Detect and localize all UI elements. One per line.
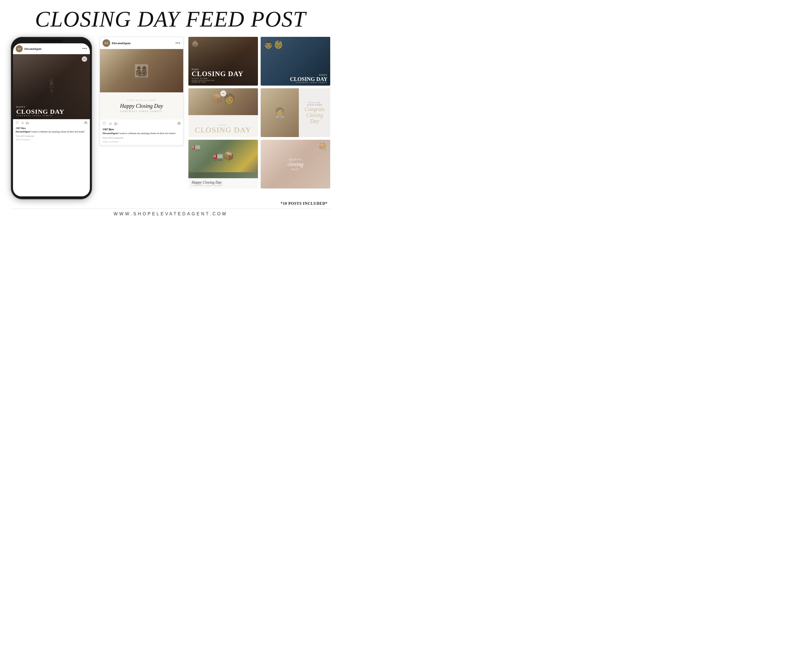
phone-notch — [41, 40, 62, 42]
website-footer: WWW.SHOPELEVATEDAGENT.COM — [11, 208, 330, 218]
desk-header: EA ElevatedAgent ••• — [100, 37, 183, 49]
grid-4-yourname: YOUR NAME — [307, 104, 322, 106]
grid-5-bottom: Happy Closing Day CONGRATS JONES FAMILY — [188, 178, 258, 188]
grid-3-edit-badge[interactable]: edit — [220, 90, 226, 96]
grid-2-text: HAPPY CLOSING DAY CONGRATS JONES FAMILY — [290, 74, 328, 83]
phone-caption-text: I want to celebrate my amazing clients o… — [31, 130, 85, 133]
grid-previews: happy CLOSING DAY Your Name YOUR LOCAL R… — [188, 37, 330, 188]
desk-save-icon[interactable]: ⊓ — [177, 121, 180, 126]
desk-heart-icon[interactable]: ♡ — [102, 121, 106, 126]
phone-caption-account: ElevatedAgent — [16, 130, 30, 133]
grid-item-5: 🚛📦 Happy Closing Day CONGRATS JONES FAMI… — [188, 140, 258, 188]
phone-post-image: 🕴️ edit HAPPY CLOSING DAY CONGRATS JONES… — [13, 54, 90, 119]
phone-edit-badge[interactable]: edit — [82, 57, 87, 62]
phone-avatar: EA — [16, 45, 23, 52]
desk-likes: 1367 likes — [100, 128, 183, 131]
grid-6-text: HAPPY closing day! — [288, 158, 304, 171]
grid-item-2: HAPPY CLOSING DAY CONGRATS JONES FAMILY — [261, 37, 330, 86]
desk-add-comment[interactable]: Add a comment… — [100, 140, 183, 145]
desktop-card: EA ElevatedAgent ••• 👨‍👩‍👧‍👦 YOUR WEBSIT… — [99, 37, 183, 145]
grid-1-website: WEBSITE.COM — [192, 81, 255, 83]
phone-insta-header: EA ElevatedAgent ••• — [13, 43, 90, 54]
phone-comments-link[interactable]: View all 8 comments — [13, 134, 90, 138]
grid-item-6: HAPPY closing day! — [261, 140, 330, 188]
desktop-mockup-wrap: EA ElevatedAgent ••• 👨‍👩‍👧‍👦 YOUR WEBSIT… — [99, 37, 183, 145]
phone-closing-day: CLOSING DAY — [16, 109, 64, 115]
desk-share-icon[interactable]: ▷ — [115, 121, 118, 126]
grid-2-closing-day: CLOSING DAY — [290, 76, 328, 82]
phone-likes: 1367 likes — [13, 127, 90, 130]
grid-5-image: 🚛📦 — [188, 140, 258, 172]
grid-3-closing: CLOSING DAY — [195, 126, 251, 134]
grid-6-closing: closing — [288, 161, 304, 167]
page-title: CLOSING DAY FEED POST — [11, 8, 330, 30]
phone-share-icon[interactable]: ▷ — [26, 121, 29, 125]
desk-congrats: CONGRATS JONES FAMILY — [121, 110, 163, 113]
phone-actions: ♡ ○ ▷ ⊓ — [13, 119, 90, 127]
phone-mockup-wrap: EA ElevatedAgent ••• 🕴️ edit HAPPY — [11, 37, 95, 199]
grid-1-text: happy CLOSING DAY Your Name YOUR LOCAL R… — [188, 65, 258, 86]
desk-username: ElevatedAgent — [112, 41, 174, 45]
desk-image-bottom: YOUR WEBSITE HERE Happy Closing Day CONG… — [100, 92, 183, 119]
grid-item-3: 📦🧑 edit HAPPY CLOSING DAY — [188, 88, 258, 137]
posts-included: *10 POSTS INCLUDED* — [11, 202, 330, 206]
phone-closing-text: HAPPY CLOSING DAY CONGRATS JONES FAMILY — [16, 106, 64, 116]
grid-4-left: 🧑‍💼 — [261, 88, 299, 137]
phone-dots: ••• — [82, 47, 87, 51]
bottom-section: *10 POSTS INCLUDED* WWW.SHOPELEVATEDAGEN… — [11, 202, 330, 218]
phone-username: ElevatedAgent — [24, 47, 81, 50]
phone-outer: EA ElevatedAgent ••• 🕴️ edit HAPPY — [11, 37, 92, 199]
desk-caption-text: I want to celebrate my amazing clients o… — [119, 132, 176, 135]
desk-avatar: EA — [102, 39, 110, 47]
phone-comment-icon[interactable]: ○ — [21, 121, 24, 125]
grid-6-day: day! — [288, 167, 304, 171]
main-row: EA ElevatedAgent ••• 🕴️ edit HAPPY — [11, 37, 330, 199]
phone-screen: EA ElevatedAgent ••• 🕴️ edit HAPPY — [13, 43, 90, 196]
desk-happy-closing: Happy Closing Day — [120, 103, 163, 109]
phone-save-icon[interactable]: ⊓ — [84, 121, 87, 125]
phone-caption: ElevatedAgent I want to celebrate my ama… — [13, 130, 90, 134]
grid-4-people: 🧑‍💼 — [261, 88, 299, 137]
grid-item-4: 🧑‍💼 REALTOR YOUR NAME Congrats Closing D… — [261, 88, 330, 137]
desk-actions: ♡ ○ ▷ ⊓ — [100, 119, 183, 128]
desk-comment-icon[interactable]: ○ — [109, 122, 111, 126]
grid-4-right: REALTOR YOUR NAME Congrats Closing Day — [299, 88, 330, 137]
grid-3-bottom: HAPPY CLOSING DAY — [188, 115, 258, 137]
desk-comments-link[interactable]: View all 8 comments — [100, 136, 183, 140]
grid-1-name: Your Name — [192, 78, 255, 80]
grid-4-realtor: REALTOR — [308, 102, 321, 104]
desk-dots: ••• — [176, 41, 180, 46]
desk-people-emoji: 👨‍👩‍👧‍👦 — [100, 49, 183, 92]
phone-add-comment[interactable]: Add a comment… — [13, 138, 90, 141]
grid-5-happy-closing: Happy Closing Day — [192, 180, 255, 185]
grid-6-happy: HAPPY — [288, 158, 304, 161]
phone-heart-icon[interactable]: ♡ — [16, 121, 19, 125]
desk-image-top: 👨‍👩‍👧‍👦 — [100, 49, 183, 92]
grid-4-congrats: Congrats Closing Day — [301, 106, 328, 124]
grid-item-1: happy CLOSING DAY Your Name YOUR LOCAL R… — [188, 37, 258, 86]
desk-post-image: 👨‍👩‍👧‍👦 YOUR WEBSITE HERE Happy Closing … — [100, 49, 183, 119]
desk-caption: ElevatedAgent I want to celebrate my ama… — [100, 131, 183, 136]
grid-1-closing-day: CLOSING DAY — [192, 70, 255, 78]
grid-5-congrats: CONGRATS JONES FAMILY — [192, 185, 255, 186]
desk-caption-account: ElevatedAgent — [102, 132, 118, 135]
page-wrapper: CLOSING DAY FEED POST EA ElevatedAgent •… — [0, 0, 341, 223]
desk-website-line: YOUR WEBSITE HERE — [127, 99, 156, 101]
